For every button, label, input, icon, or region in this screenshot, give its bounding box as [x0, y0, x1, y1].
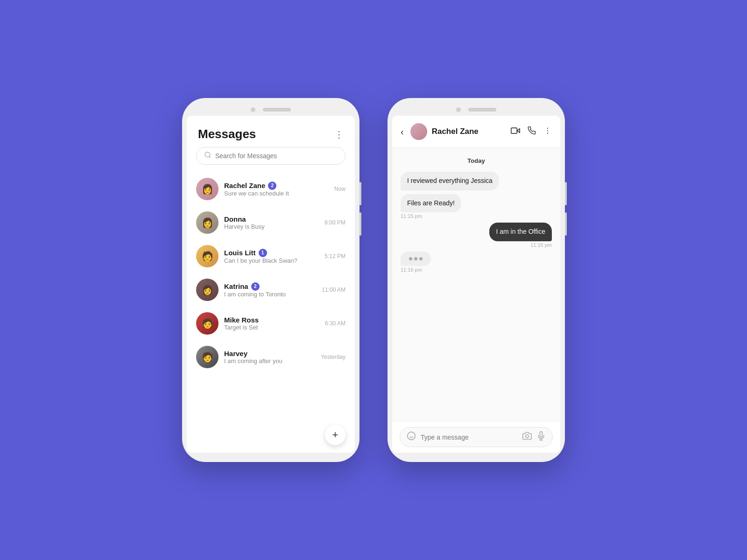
- contact-info-mike: Mike Ross Target is Set: [224, 316, 319, 331]
- bubble-sent-1: I am in the Office: [489, 223, 552, 241]
- contact-time-rachel: Now: [334, 186, 345, 192]
- contact-item-donna[interactable]: 👩 Donna Harvey is Busy 8:00 PM: [187, 206, 355, 239]
- chat-date-label: Today: [401, 157, 552, 164]
- messages-screen: Messages ⋮ 👩 Rachel Zane: [187, 116, 355, 453]
- message-3: I am in the Office 11:15 pm: [401, 223, 552, 248]
- svg-marker-2: [517, 128, 520, 132]
- contact-preview-louis: Can I be your Black Swan?: [224, 257, 319, 264]
- bubble-received-2: Files are Ready!: [401, 194, 461, 213]
- contact-item-harvey[interactable]: 🧑 Harvey I am coming after you Yesterday: [187, 340, 355, 374]
- contact-info-rachel: Rachel Zane 2 Sure we can schedule It: [224, 182, 329, 197]
- svg-point-6: [547, 133, 548, 133]
- search-input[interactable]: [215, 152, 338, 160]
- speaker-bar-right: [468, 108, 496, 112]
- messages-header: Messages ⋮: [187, 116, 355, 147]
- contact-info-louis: Louis Litt 1 Can I be your Black Swan?: [224, 249, 319, 264]
- chat-menu-icon[interactable]: [543, 126, 552, 137]
- messages-title: Messages: [198, 127, 256, 141]
- vol-up-btn: [359, 182, 361, 205]
- contact-time-donna: 8:00 PM: [324, 219, 345, 226]
- contact-info-donna: Donna Harvey is Busy: [224, 215, 319, 230]
- search-icon: [204, 151, 211, 161]
- left-phone: Messages ⋮ 👩 Rachel Zane: [182, 98, 359, 462]
- svg-line-1: [209, 156, 211, 158]
- contact-preview-katrina: I am coming to Toronto: [224, 291, 316, 298]
- messages-menu-icon[interactable]: ⋮: [334, 129, 344, 140]
- camera-icon[interactable]: [522, 431, 532, 443]
- contact-item-mike[interactable]: 🧑 Mike Ross Target is Set 6:30 AM: [187, 307, 355, 340]
- chat-input-bar: [392, 421, 560, 453]
- typing-dot-2: [414, 257, 417, 260]
- bubble-time-received-2: 11:15 pm: [401, 213, 422, 219]
- contact-preview-rachel: Sure we can schedule It: [224, 190, 329, 197]
- contact-name-donna: Donna: [224, 215, 246, 223]
- contact-name-mike: Mike Ross: [224, 316, 259, 324]
- emoji-icon[interactable]: [407, 431, 416, 443]
- badge-katrina: 2: [251, 282, 260, 291]
- camera-dot-right: [456, 107, 461, 112]
- contact-name-katrina: Katrina: [224, 282, 248, 290]
- message-4-typing: 11:16 pm: [401, 252, 552, 273]
- contact-name-harvey: Harvey: [224, 350, 247, 357]
- vol-up-btn-right: [565, 182, 567, 205]
- badge-rachel: 2: [268, 182, 276, 190]
- message-1: I reviewed everything Jessica: [401, 172, 552, 190]
- contact-time-harvey: Yesterday: [321, 354, 345, 360]
- contact-time-katrina: 11:00 AM: [322, 287, 345, 293]
- camera-dot: [251, 107, 255, 112]
- chat-input-inner: [400, 427, 553, 447]
- contact-item-louis[interactable]: 🧑 Louis Litt 1 Can I be your Black Swan?…: [187, 239, 355, 273]
- contact-item-katrina[interactable]: 👩 Katrina 2 I am coming to Toronto 11:00…: [187, 273, 355, 307]
- contact-item-rachel[interactable]: 👩 Rachel Zane 2 Sure we can schedule It …: [187, 172, 355, 206]
- right-phone: ‹ Rachel Zane: [388, 98, 565, 462]
- avatar-katrina: 👩: [196, 279, 218, 301]
- svg-point-7: [408, 432, 416, 440]
- new-message-fab[interactable]: +: [325, 425, 345, 445]
- chat-header: ‹ Rachel Zane: [392, 116, 560, 148]
- message-2: Files are Ready! 11:15 pm: [401, 194, 552, 219]
- vol-down-btn-right: [565, 212, 567, 236]
- chat-contact-name: Rachel Zane: [432, 127, 506, 136]
- message-input[interactable]: [421, 434, 518, 441]
- contact-name-louis: Louis Litt: [224, 249, 256, 257]
- contact-preview-donna: Harvey is Busy: [224, 223, 319, 230]
- messages-list: 👩 Rachel Zane 2 Sure we can schedule It …: [187, 172, 355, 453]
- chat-avatar: [410, 123, 427, 140]
- contact-time-mike: 6:30 AM: [325, 320, 345, 327]
- bubble-time-typing: 11:16 pm: [401, 267, 422, 273]
- contact-time-louis: 5:12 PM: [324, 253, 345, 259]
- phone-call-icon[interactable]: [528, 126, 536, 137]
- back-button[interactable]: ‹: [401, 126, 404, 137]
- chat-screen: ‹ Rachel Zane: [392, 116, 560, 453]
- avatar-harvey: 🧑: [196, 346, 218, 368]
- svg-point-0: [205, 152, 210, 157]
- microphone-icon[interactable]: [536, 431, 546, 443]
- speaker-bar: [263, 108, 291, 112]
- avatar-mike: 🧑: [196, 312, 218, 335]
- typing-indicator: [401, 252, 431, 266]
- contact-info-harvey: Harvey I am coming after you: [224, 350, 315, 364]
- badge-louis: 1: [259, 249, 267, 257]
- chat-body: Today I reviewed everything Jessica File…: [392, 148, 560, 421]
- phone-top-left: [182, 107, 359, 112]
- bubble-received-1: I reviewed everything Jessica: [401, 172, 499, 190]
- phone-top-right: [388, 107, 565, 112]
- avatar-louis: 🧑: [196, 245, 218, 267]
- svg-point-4: [547, 127, 548, 128]
- avatar-donna: 👩: [196, 211, 218, 234]
- vol-down-btn: [359, 212, 361, 236]
- search-bar: [196, 147, 345, 165]
- contact-info-katrina: Katrina 2 I am coming to Toronto: [224, 282, 316, 298]
- contact-preview-harvey: I am coming after you: [224, 357, 315, 364]
- svg-rect-3: [511, 128, 517, 133]
- typing-dot-3: [419, 257, 423, 260]
- avatar-rachel: 👩: [196, 178, 218, 200]
- svg-point-10: [526, 435, 529, 438]
- bubble-time-sent-1: 11:15 pm: [530, 242, 552, 248]
- contact-preview-mike: Target is Set: [224, 324, 319, 331]
- contact-name-rachel: Rachel Zane: [224, 182, 265, 189]
- video-call-icon[interactable]: [511, 126, 520, 138]
- svg-point-5: [547, 130, 548, 131]
- chat-action-icons: [511, 126, 552, 138]
- typing-dot-1: [409, 257, 412, 260]
